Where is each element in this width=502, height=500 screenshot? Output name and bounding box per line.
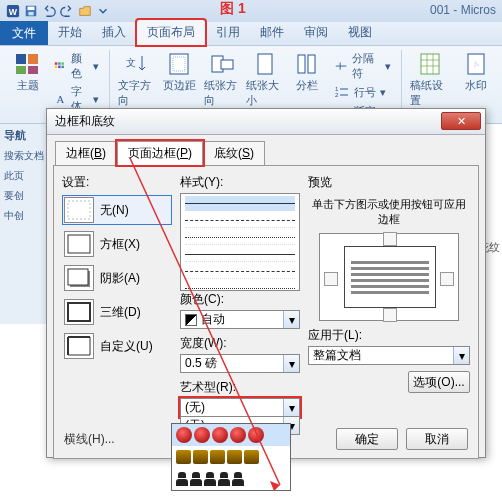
art-option-people[interactable] [172,468,290,490]
setting-3d-thumb [64,299,94,325]
svg-rect-35 [68,235,90,253]
art-value: (无) [185,399,205,416]
text-direction-icon: 文 [122,52,150,76]
dialog-body: 设置: 无(N) 方框(X) 阴影(A) 三维(D) 自定义(U) [53,165,479,459]
art-combo[interactable]: (无)▾ [180,398,300,417]
color-value: 自动 [201,311,225,328]
svg-rect-6 [28,54,38,64]
document-title: 001 - Micros [430,3,496,17]
dialog-title: 边框和底纹 [55,113,115,130]
art-option-apples[interactable] [172,424,290,446]
chevron-down-icon: ▾ [283,311,299,328]
tab-page-border[interactable]: 页面边框(P) [117,141,203,165]
apply-to-combo[interactable]: 整篇文档▾ [308,346,470,365]
border-left-toggle[interactable] [324,272,338,286]
color-combo[interactable]: 自动▾ [180,310,300,329]
tab-shading[interactable]: 底纹(S) [203,141,265,165]
tab-review[interactable]: 审阅 [294,20,338,45]
art-option-blocks[interactable] [172,446,290,468]
watermark-button[interactable]: A水印 [454,50,498,95]
setting-shadow-thumb [64,265,94,291]
tab-borders[interactable]: 边框(B) [55,141,117,165]
style-column: 样式(Y): 颜色(C): 自动▾ 宽度(W): 0.5 磅▾ 艺术型(R): … [180,174,300,450]
setting-custom[interactable]: 自定义(U) [62,331,172,361]
svg-rect-24 [308,55,315,73]
breaks-label: 分隔符 [352,51,381,81]
margins-button[interactable]: 页边距 [159,50,200,95]
art-dropdown-list[interactable] [171,423,291,491]
manuscript-button[interactable]: 稿纸设置 [408,50,452,110]
open-icon[interactable] [77,3,93,19]
borders-shading-dialog: 边框和底纹 ✕ 边框(B) 页面边框(P) 底纹(S) 设置: 无(N) 方框(… [46,108,486,458]
breaks-button[interactable]: 分隔符 ▾ [330,50,395,82]
tab-insert[interactable]: 插入 [92,20,136,45]
tab-mailings[interactable]: 邮件 [250,20,294,45]
preview-page [344,246,436,308]
navigation-pane: 导航 搜索文档 此页 要创 中创 [0,124,50,324]
figure-label: 图 1 [220,0,246,18]
ribbon-tabs: 文件 开始 插入 页面布局 引用 邮件 审阅 视图 [0,22,502,46]
width-combo[interactable]: 0.5 磅▾ [180,354,300,373]
watermark-label: 水印 [465,78,487,93]
svg-rect-11 [61,63,63,65]
preview-hint: 单击下方图示或使用按钮可应用边框 [308,197,470,227]
manuscript-icon [416,52,444,76]
width-label: 宽度(W): [180,335,300,352]
setting-box[interactable]: 方框(X) [62,229,172,259]
chevron-down-icon: ▾ [283,399,299,416]
nav-item[interactable]: 要创 [4,189,45,203]
svg-rect-12 [54,66,56,68]
setting-3d[interactable]: 三维(D) [62,297,172,327]
theme-colors-button[interactable]: 颜色 ▾ [50,50,103,82]
nav-search[interactable]: 搜索文档 [4,149,45,163]
border-bottom-toggle[interactable] [383,308,397,322]
file-tab[interactable]: 文件 [0,21,48,45]
setting-none[interactable]: 无(N) [62,195,172,225]
columns-button[interactable]: 分栏 [287,50,328,95]
setting-column: 设置: 无(N) 方框(X) 阴影(A) 三维(D) 自定义(U) [62,174,172,450]
undo-icon[interactable] [41,3,57,19]
chevron-down-icon: ▾ [453,347,469,364]
font-a-icon: A [54,91,67,107]
cancel-button[interactable]: 取消 [406,428,468,450]
themes-button[interactable]: 主题 [8,50,48,95]
style-listbox[interactable] [180,193,300,291]
setting-shadow[interactable]: 阴影(A) [62,263,172,293]
svg-rect-22 [258,54,272,74]
nav-item[interactable]: 此页 [4,169,45,183]
save-icon[interactable] [23,3,39,19]
border-top-toggle[interactable] [383,232,397,246]
tab-references[interactable]: 引用 [206,20,250,45]
svg-rect-38 [68,303,90,321]
close-button[interactable]: ✕ [441,112,481,130]
horizontal-line-button[interactable]: 横线(H)... [64,431,115,448]
orientation-button[interactable]: 纸张方向 [202,50,243,110]
width-value: 0.5 磅 [185,355,217,372]
svg-rect-13 [58,66,60,68]
orientation-label: 纸张方向 [204,78,241,108]
svg-rect-9 [54,63,56,65]
nav-item[interactable]: 中创 [4,209,45,223]
breaks-icon [334,58,348,74]
size-button[interactable]: 纸张大小 [244,50,285,110]
redo-icon[interactable] [59,3,75,19]
line-numbers-button[interactable]: 12行号 ▾ [330,83,395,101]
ok-button[interactable]: 确定 [336,428,398,450]
watermark-icon: A [462,52,490,76]
qat-customize-icon[interactable] [95,3,111,19]
svg-text:W: W [9,7,18,17]
options-button[interactable]: 选项(O)... [408,371,470,393]
setting-custom-thumb [64,333,94,359]
tab-home[interactable]: 开始 [48,20,92,45]
setting-none-thumb [64,197,94,223]
text-direction-button[interactable]: 文文字方向 [116,50,157,110]
preview-box[interactable] [319,233,459,321]
title-bar: W 001 - Micros [0,0,502,22]
tab-page-layout[interactable]: 页面布局 [136,19,206,46]
chevron-down-icon: ▾ [93,93,99,106]
border-right-toggle[interactable] [440,272,454,286]
palette-icon [54,58,67,74]
themes-label: 主题 [17,78,39,93]
tab-view[interactable]: 视图 [338,20,382,45]
color-label: 颜色(C): [180,291,300,308]
